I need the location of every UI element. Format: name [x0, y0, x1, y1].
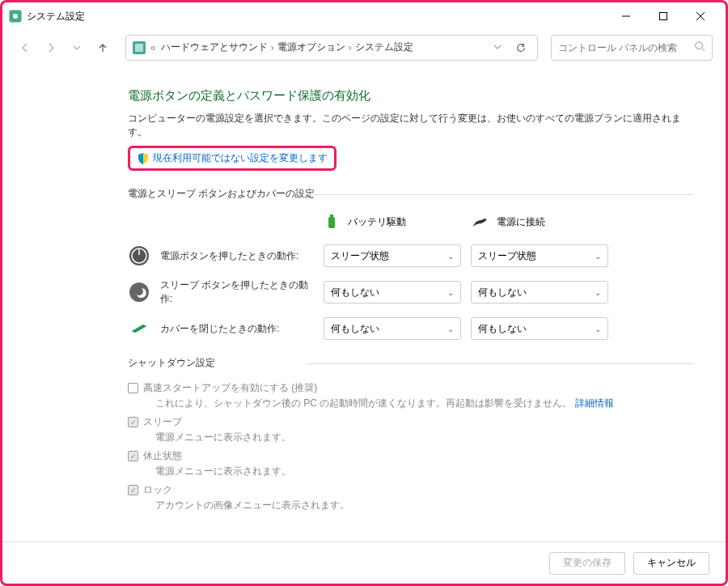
- fast-startup-label: 高速スタートアップを有効にする (推奨): [143, 381, 317, 395]
- row-power-button: 電源ボタンを押したときの動作: スリープ状態⌄ スリープ状態⌄: [128, 244, 693, 267]
- breadcrumb-item-power[interactable]: 電源オプション: [277, 40, 345, 54]
- column-battery-label: バッテリ駆動: [348, 215, 406, 229]
- control-panel-icon: [133, 41, 146, 54]
- nav-recent-button[interactable]: [67, 38, 87, 57]
- shutdown-section: シャットダウン設定 高速スタートアップを有効にする (推奨) これにより、シャッ…: [128, 351, 693, 512]
- save-button: 変更の保存: [549, 552, 625, 575]
- plug-icon: [471, 212, 490, 231]
- breadcrumb: ハードウェアとサウンド › 電源オプション › システム設定: [161, 40, 489, 54]
- window-title: システム設定: [27, 10, 607, 23]
- cancel-button[interactable]: キャンセル: [633, 552, 709, 575]
- power-column-headers: バッテリ駆動 電源に接続: [128, 212, 693, 231]
- window-controls: [607, 3, 719, 29]
- sleep-button-battery-select[interactable]: 何もしない⌄: [324, 281, 461, 304]
- power-button-icon: [128, 244, 150, 267]
- checkbox-sleep: ✓ スリープ: [128, 415, 693, 429]
- sleep-button-icon: [128, 281, 150, 304]
- section-power-buttons-header: 電源とスリープ ボタンおよびカバーの設定: [128, 182, 693, 206]
- breadcrumb-prefix: «: [150, 42, 156, 53]
- fast-startup-checkbox: [128, 383, 138, 393]
- close-button[interactable]: [682, 3, 719, 29]
- sleep-checkbox: ✓: [128, 417, 138, 427]
- checkbox-fast-startup: 高速スタートアップを有効にする (推奨): [128, 381, 693, 395]
- chevron-down-icon: ⌄: [447, 252, 454, 261]
- chevron-down-icon: ⌄: [447, 288, 454, 297]
- minimize-button[interactable]: [607, 3, 645, 29]
- addressbar-dropdown-icon[interactable]: [493, 42, 502, 53]
- search-input[interactable]: [558, 42, 694, 53]
- search-icon[interactable]: [694, 40, 705, 54]
- maximize-button[interactable]: [645, 3, 682, 29]
- search-box[interactable]: [551, 35, 713, 61]
- chevron-down-icon: ⌄: [595, 252, 601, 261]
- system-settings-window: システム設定 « ハードウェアとサウンド › 電源オプション › システム設定: [0, 0, 728, 586]
- nav-back-button[interactable]: [15, 38, 35, 57]
- addressbar[interactable]: « ハードウェアとサウンド › 電源オプション › システム設定: [125, 35, 538, 61]
- row-lid-close: カバーを閉じたときの動作: 何もしない⌄ 何もしない⌄: [128, 317, 693, 340]
- column-plugged: 電源に接続: [471, 212, 545, 231]
- section-shutdown-header: シャットダウン設定: [128, 351, 693, 375]
- checkbox-lock: ✓ ロック: [128, 483, 693, 497]
- page-title: 電源ボタンの定義とパスワード保護の有効化: [128, 88, 693, 104]
- column-battery: バッテリ駆動: [322, 212, 406, 231]
- shield-icon: [137, 152, 150, 165]
- lid-close-icon: [128, 317, 150, 340]
- sleep-label: スリープ: [143, 415, 182, 429]
- navbar: « ハードウェアとサウンド › 電源オプション › システム設定: [2, 30, 726, 66]
- lock-label: ロック: [143, 483, 172, 497]
- titlebar: システム設定: [2, 2, 726, 30]
- lid-close-label: カバーを閉じたときの動作:: [160, 322, 314, 336]
- nav-forward-button[interactable]: [41, 38, 61, 57]
- hibernate-label: 休止状態: [143, 449, 182, 463]
- svg-rect-7: [135, 44, 143, 52]
- chevron-right-icon: ›: [349, 42, 352, 53]
- nav-up-button[interactable]: [93, 38, 112, 57]
- hibernate-checkbox: ✓: [128, 451, 138, 461]
- battery-icon: [322, 212, 341, 231]
- sleep-button-plugged-select[interactable]: 何もしない⌄: [471, 281, 608, 304]
- svg-point-1: [13, 14, 18, 19]
- sleep-button-label: スリープ ボタンを押したときの動作:: [160, 278, 314, 306]
- svg-point-8: [696, 42, 703, 49]
- lid-close-battery-select[interactable]: 何もしない⌄: [324, 317, 461, 340]
- chevron-down-icon: ⌄: [595, 325, 601, 333]
- svg-rect-10: [328, 217, 335, 228]
- refresh-button[interactable]: [511, 38, 531, 57]
- window-icon: [9, 10, 22, 23]
- lock-checkbox: ✓: [128, 485, 138, 495]
- content-area: 電源ボタンの定義とパスワード保護の有効化 コンピューターの電源設定を選択できます…: [2, 66, 726, 541]
- svg-line-9: [702, 49, 705, 52]
- checkbox-hibernate: ✓ 休止状態: [128, 449, 693, 463]
- page-description: コンピューターの電源設定を選択できます。このページの設定に対して行う変更は、お使…: [128, 112, 693, 139]
- row-sleep-button: スリープ ボタンを押したときの動作: 何もしない⌄ 何もしない⌄: [128, 278, 693, 306]
- fast-startup-link[interactable]: 詳細情報: [575, 397, 614, 409]
- sleep-desc: 電源メニューに表示されます。: [155, 431, 693, 444]
- breadcrumb-item-hardware[interactable]: ハードウェアとサウンド: [161, 40, 268, 54]
- fast-startup-desc: これにより、シャットダウン後の PC の起動時間が速くなります。再起動は影響を受…: [155, 397, 693, 410]
- svg-rect-3: [660, 13, 667, 20]
- power-button-label: 電源ボタンを押したときの動作:: [160, 249, 314, 263]
- chevron-down-icon: ⌄: [447, 325, 454, 333]
- hibernate-desc: 電源メニューに表示されます。: [155, 465, 693, 478]
- change-settings-link[interactable]: 現在利用可能ではない設定を変更します: [153, 151, 328, 165]
- chevron-right-icon: ›: [271, 42, 274, 53]
- power-button-plugged-select[interactable]: スリープ状態⌄: [471, 244, 608, 267]
- lock-desc: アカウントの画像メニューに表示されます。: [155, 499, 693, 512]
- breadcrumb-item-system[interactable]: システム設定: [355, 40, 413, 54]
- column-plugged-label: 電源に接続: [497, 215, 545, 229]
- change-settings-highlight: 現在利用可能ではない設定を変更します: [128, 146, 336, 171]
- lid-close-plugged-select[interactable]: 何もしない⌄: [471, 317, 608, 340]
- footer: 変更の保存 キャンセル: [2, 541, 726, 584]
- power-button-battery-select[interactable]: スリープ状態⌄: [324, 244, 461, 267]
- svg-rect-11: [330, 214, 333, 217]
- chevron-down-icon: ⌄: [595, 288, 601, 297]
